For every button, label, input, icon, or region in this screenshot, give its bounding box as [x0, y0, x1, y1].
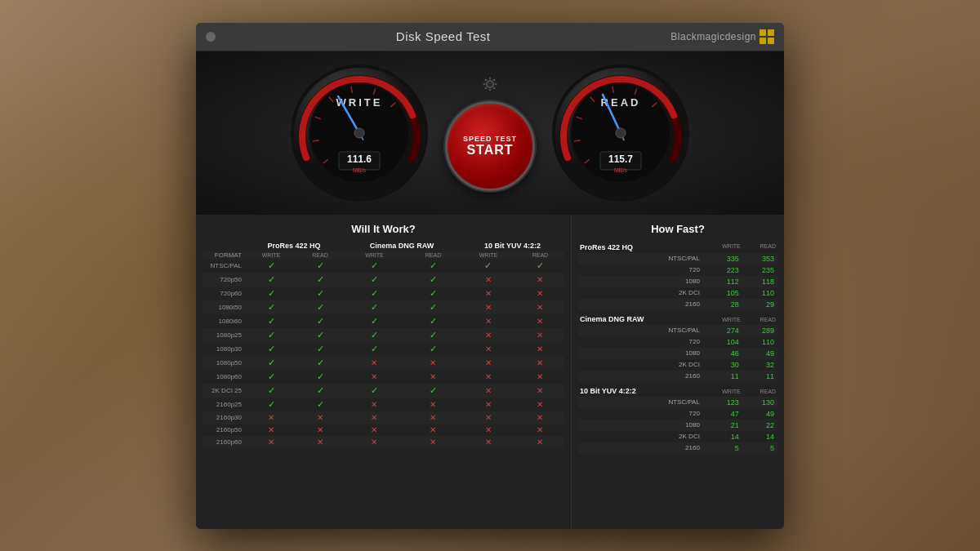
check-yes: ✓: [317, 399, 324, 409]
check-cell: ✕: [245, 411, 297, 424]
hf-write-value: 21: [702, 420, 742, 431]
table-row: 720p60✓✓✓✓✕✕: [203, 287, 564, 300]
check-yes: ✓: [371, 385, 378, 395]
hf-section-row: 10 Bit YUV 4:2:2WRITEREAD: [578, 382, 777, 397]
check-cell: ✕: [516, 370, 564, 384]
check-cell: ✕: [343, 436, 406, 448]
start-button[interactable]: SPEED TEST START: [445, 101, 535, 191]
data-section: Will It Work? ProRes 422 HQ Cinema DNG R…: [196, 215, 784, 529]
check-cell: ✕: [516, 287, 564, 300]
hf-data-row: NTSC/PAL274289: [578, 325, 777, 336]
check-cell: ✕: [343, 370, 406, 384]
hf-data-row: 1080112118: [578, 276, 777, 287]
hf-section-label: Cinema DNG RAW: [578, 310, 702, 325]
check-no: ✕: [430, 413, 436, 422]
write-gauge: WRITE 111.6 MB/s: [290, 64, 429, 202]
check-yes: ✓: [268, 274, 275, 284]
app-window: Disk Speed Test Blackmagicdesign: [196, 23, 784, 529]
svg-point-14: [354, 128, 364, 138]
check-cell: ✕: [406, 424, 461, 436]
check-cell: ✕: [406, 398, 461, 411]
check-cell: ✓: [343, 384, 406, 398]
hf-write-value: 11: [702, 371, 742, 382]
check-yes: ✓: [430, 316, 437, 326]
check-cell: ✓: [297, 300, 343, 314]
check-cell: ✓: [343, 300, 406, 314]
check-cell: ✕: [461, 342, 516, 356]
check-yes: ✓: [430, 385, 437, 395]
write-gauge-container: WRITE 111.6 MB/s: [290, 64, 429, 202]
check-cell: ✓: [406, 342, 461, 356]
check-no: ✕: [537, 372, 543, 381]
hf-row-label: 2K DCI: [578, 359, 702, 371]
check-no: ✕: [485, 372, 492, 381]
read-gauge-container: READ 115.7 MB/s: [551, 64, 690, 202]
check-cell: ✓: [406, 314, 461, 328]
hf-data-row: 7204749: [578, 408, 777, 420]
hf-read-value: 5: [742, 442, 777, 454]
hf-data-row: NTSC/PAL123130: [578, 397, 777, 408]
check-cell: ✓: [343, 314, 406, 328]
hf-write-value: 112: [702, 276, 742, 287]
format-label: 1080i50: [203, 300, 245, 314]
check-cell: ✕: [516, 356, 564, 370]
col-header-yuv: 10 Bit YUV 4:2:2: [461, 240, 564, 251]
check-cell: ✓: [245, 356, 297, 370]
check-yes: ✓: [371, 274, 378, 284]
check-cell: ✓: [297, 259, 343, 273]
format-label: 720p50: [203, 273, 245, 287]
hf-row-label: NTSC/PAL: [578, 325, 702, 336]
format-label: 2K DCI 25: [203, 384, 245, 398]
settings-icon[interactable]: [481, 75, 499, 93]
hf-read-value: 118: [742, 276, 777, 287]
check-cell: ✕: [461, 356, 516, 370]
hf-data-row: 2K DCI3032: [578, 359, 777, 371]
format-label: 1080p50: [203, 356, 245, 370]
check-no: ✕: [371, 413, 377, 422]
check-yes: ✓: [317, 288, 324, 298]
will-it-work-title: Will It Work?: [203, 223, 564, 235]
hf-write-value: 105: [702, 287, 742, 299]
table-row: 2K DCI 25✓✓✓✓✕✕: [203, 384, 564, 398]
check-cell: ✕: [297, 411, 343, 424]
hf-data-row: 216055: [578, 442, 777, 454]
check-cell: ✓: [343, 259, 406, 273]
format-label: 1080p25: [203, 328, 245, 342]
check-cell: ✕: [406, 411, 461, 424]
check-cell: ✕: [461, 384, 516, 398]
check-cell: ✓: [297, 398, 343, 411]
check-cell: ✕: [245, 424, 297, 436]
check-cell: ✓: [297, 356, 343, 370]
check-no: ✕: [537, 344, 543, 353]
check-cell: ✓: [245, 259, 297, 273]
check-cell: ✕: [461, 314, 516, 328]
check-yes: ✓: [430, 344, 437, 353]
check-cell: ✕: [297, 424, 343, 436]
check-yes: ✓: [268, 316, 275, 326]
check-no: ✕: [485, 331, 492, 340]
check-cell: ✕: [461, 398, 516, 411]
format-label: 2160p50: [203, 424, 245, 436]
check-cell: ✓: [406, 273, 461, 287]
check-cell: ✕: [461, 328, 516, 342]
svg-text:111.6: 111.6: [347, 153, 372, 165]
check-yes: ✓: [430, 274, 437, 284]
check-no: ✕: [268, 413, 274, 422]
check-cell: ✕: [516, 273, 564, 287]
check-cell: ✓: [245, 300, 297, 314]
check-no: ✕: [485, 275, 492, 284]
check-yes: ✓: [484, 260, 492, 270]
col-header-cinema: Cinema DNG RAW: [343, 240, 461, 251]
hf-row-label: 2160: [578, 442, 702, 454]
check-no: ✕: [317, 413, 323, 422]
check-no: ✕: [537, 317, 543, 326]
hf-section-row: Cinema DNG RAWWRITEREAD: [578, 310, 777, 325]
close-button[interactable]: [206, 32, 216, 42]
check-no: ✕: [537, 386, 543, 395]
will-it-work-table: ProRes 422 HQ Cinema DNG RAW 10 Bit YUV …: [203, 240, 564, 448]
check-cell: ✓: [245, 314, 297, 328]
check-no: ✕: [371, 400, 377, 409]
check-cell: ✓: [297, 342, 343, 356]
hf-data-row: NTSC/PAL335353: [578, 253, 777, 264]
hf-write-value: 14: [702, 431, 742, 442]
